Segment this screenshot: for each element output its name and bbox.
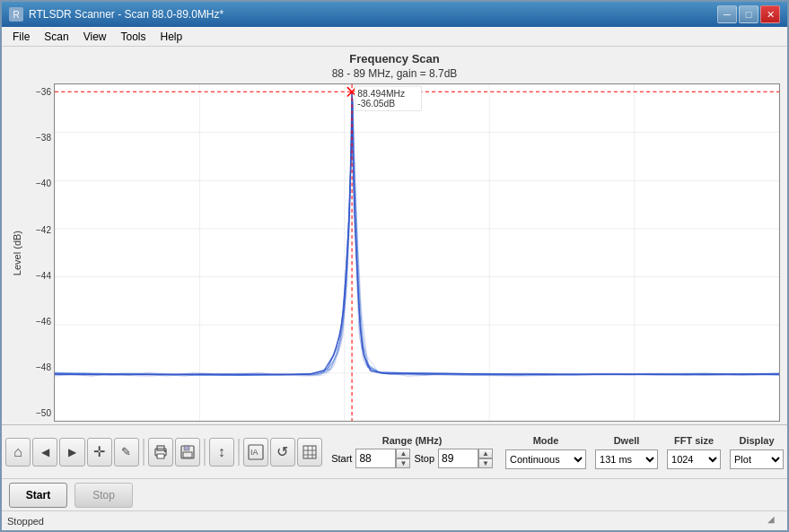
main-window: R RTLSDR Scanner - Scan 88.0-89.0MHz* ─ … [0,0,789,532]
start-stop-bar: Start Stop [2,478,787,510]
dwell-section: Dwell 131 ms 65 ms 250 ms [595,435,658,469]
close-button[interactable]: ✕ [760,5,780,23]
svg-rect-30 [303,446,316,458]
chart-row: Level (dB) −36 −38 −40 −42 −44 −46 −48 −… [9,83,780,422]
y-tick-labels: −36 −38 −40 −42 −44 −46 −48 −50 [25,83,54,422]
svg-rect-22 [157,454,164,458]
menu-tools[interactable]: Tools [114,29,153,45]
range-section: Range (MHz) Start ▲ ▼ Stop ▲ ▼ [331,435,493,468]
x-tick-3: 88.6 [478,423,495,424]
range-inputs: Start ▲ ▼ Stop ▲ ▼ [331,449,493,468]
forward-button[interactable]: ▶ [59,438,84,467]
toolbar-separator-3 [238,439,240,466]
start-spin: ▲ ▼ [396,449,410,468]
start-label: Start [331,453,352,464]
y-tick-6: −48 [25,362,54,372]
stop-input[interactable] [438,449,478,468]
app-icon: R [9,7,23,22]
title-bar: R RTLSDR Scanner - Scan 88.0-89.0MHz* ─ … [2,2,787,27]
svg-rect-27 [183,452,192,458]
menu-scan[interactable]: Scan [37,29,75,45]
start-input-group: ▲ ▼ [355,449,410,468]
refresh-button[interactable]: ↺ [270,438,295,467]
status-bar: Stopped ◢ [2,510,787,530]
y-tick-7: −50 [25,408,54,418]
chart-title: Frequency Scan [2,47,787,67]
status-text: Stopped [7,516,767,527]
y-tick-5: −46 [25,317,54,327]
x-tick-4: 88.8 [619,423,636,424]
home-button[interactable]: ⌂ [5,438,31,467]
chart-subtitle: 88 - 89 MHz, gain = 8.7dB [2,67,787,80]
y-tick-3: −42 [25,225,54,235]
minimize-button[interactable]: ─ [717,5,737,23]
stop-spin: ▲ ▼ [478,449,493,468]
grid-button[interactable] [297,438,322,467]
y-axis-label: Level (dB) [12,231,22,275]
print-icon [153,444,169,460]
start-spin-down[interactable]: ▼ [396,458,410,468]
mode-section: Mode Continuous Single [505,435,586,469]
fft-select[interactable]: 1024 512 2048 [667,449,721,469]
chart-plot-area[interactable]: 88.494MHz -36.05dB [54,83,780,422]
title-bar-left: R RTLSDR Scanner - Scan 88.0-89.0MHz* [9,7,224,22]
auto-scale-button[interactable]: IA [243,438,268,467]
menu-view[interactable]: View [76,29,114,45]
dwell-label: Dwell [614,435,640,446]
x-tick-labels: 88.0 88.2 88.4 88.6 88.8 89.0 [54,422,778,424]
start-spin-up[interactable]: ▲ [396,449,410,458]
mode-label: Mode [533,435,559,446]
display-select[interactable]: Plot Waterfall [730,449,784,469]
dwell-select[interactable]: 131 ms 65 ms 250 ms [595,449,658,469]
stop-input-group: ▲ ▼ [438,449,493,468]
menu-bar: File Scan View Tools Help [2,27,787,47]
chart-outer: Level (dB) −36 −38 −40 −42 −44 −46 −48 −… [9,83,780,424]
resize-grip: ◢ [767,514,782,528]
maximize-button[interactable]: □ [739,5,758,23]
fft-label: FFT size [674,435,714,446]
toolbar-separator-1 [143,439,145,466]
stop-spin-down[interactable]: ▼ [478,458,493,468]
auto-scale-icon: IA [247,443,265,461]
save-button[interactable] [175,438,200,467]
x-tick-0: 88.0 [54,423,71,424]
y-tick-1: −38 [25,133,54,143]
display-label: Display [739,435,774,446]
status-bar-right: ◢ [767,514,782,528]
y-axis-label-container: Level (dB) [9,83,25,422]
x-tick-5: 89.0 [761,423,778,424]
start-button[interactable]: Start [9,483,67,508]
start-input[interactable] [355,449,396,468]
range-label: Range (MHz) [382,435,443,446]
fft-section: FFT size 1024 512 2048 [667,435,721,469]
stop-label: Stop [414,453,434,464]
mode-select[interactable]: Continuous Single [505,449,586,469]
menu-file[interactable]: File [5,29,37,45]
chart-wrapper: Frequency Scan 88 - 89 MHz, gain = 8.7dB… [2,47,787,424]
chart-svg: 88.494MHz -36.05dB [55,84,779,421]
save-icon [180,444,196,460]
edit-button[interactable]: ✎ [114,438,139,467]
grid-icon [302,444,318,460]
svg-text:88.494MHz: 88.494MHz [357,89,405,99]
back-button[interactable]: ◀ [32,438,57,467]
y-tick-4: −44 [25,271,54,281]
stop-spin-up[interactable]: ▲ [478,449,493,458]
svg-text:-36.05dB: -36.05dB [357,99,395,109]
print-button[interactable] [148,438,173,467]
toolbar-separator-2 [204,439,206,466]
pan-button[interactable]: ✛ [87,438,112,467]
window-title: RTLSDR Scanner - Scan 88.0-89.0MHz* [29,8,224,21]
svg-text:IA: IA [250,448,259,457]
x-tick-1: 88.2 [196,423,213,424]
stop-button[interactable]: Stop [75,483,133,508]
svg-rect-24 [164,450,166,452]
title-controls: ─ □ ✕ [717,5,780,23]
y-tick-2: −40 [25,179,54,188]
y-tick-0: −36 [25,87,54,97]
display-section: Display Plot Waterfall [730,435,784,469]
menu-help[interactable]: Help [153,29,190,45]
svg-rect-26 [184,446,189,450]
toolbar: ⌂ ◀ ▶ ✛ ✎ ↕ IA [2,424,787,478]
move-vert-button[interactable]: ↕ [209,438,234,467]
